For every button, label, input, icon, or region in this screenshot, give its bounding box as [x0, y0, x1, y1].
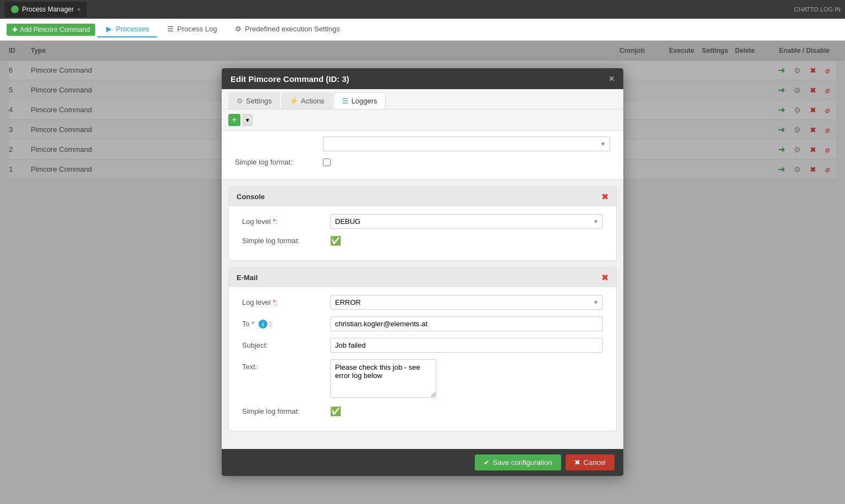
console-section-title: Console — [237, 193, 265, 201]
browser-tab-active[interactable]: Process Manager × — [4, 2, 87, 17]
processes-icon: ▶ — [105, 25, 113, 33]
console-checkbox-wrapper: ✅ — [330, 235, 341, 246]
remove-icon: ✖ — [601, 273, 608, 282]
tab-bar: Process Manager × — [4, 0, 87, 19]
predefined-icon: ⚙ — [234, 25, 242, 33]
actions-tab-icon: ⚡ — [289, 97, 298, 105]
remove-icon: ✖ — [601, 192, 608, 201]
cancel-label: Cancel — [584, 458, 606, 467]
partial-checkbox-wrapper — [323, 158, 331, 166]
console-log-level-select[interactable]: DEBUG INFO WARNING ERROR — [330, 214, 603, 229]
required-marker: * — [251, 320, 254, 328]
partial-simple-log-row: Simple log format: — [235, 158, 610, 166]
nav-tab-processes-label: Processes — [116, 25, 149, 33]
nav-tab-predefined-label: Predefined execution Settings — [245, 25, 340, 33]
email-text-textarea[interactable]: Please check this job - see error log be… — [330, 359, 436, 398]
partial-label — [235, 140, 237, 148]
email-checkbox-wrapper: ✅ — [330, 406, 341, 417]
console-remove-button[interactable]: ✖ — [601, 191, 608, 202]
main-content: ID Type Cronjob Execute Settings Delete … — [0, 41, 845, 504]
cancel-icon: ✖ — [574, 458, 580, 467]
dialog-footer: ✔ Save configuration ✖ Cancel — [222, 449, 623, 476]
email-to-label: To * i : — [242, 320, 330, 328]
email-log-level-select-wrapper: ERROR ERROR DEBUG INFO WARNING ▼ — [330, 295, 603, 310]
browser-tab-close[interactable]: × — [77, 6, 80, 13]
console-simple-log-label: Simple log format: — [242, 237, 330, 245]
email-section-title: E-Mail — [237, 273, 257, 282]
dialog-tabs: ⚙ Settings ⚡ Actions ☰ Loggers — [222, 89, 623, 109]
email-section-body: Log level *: ERROR ERROR DEBUG INFO WARN… — [229, 287, 616, 431]
browser-bar: Process Manager × CHATTO LOG IN — [0, 0, 845, 19]
email-log-level-select[interactable]: ERROR ERROR DEBUG INFO WARNING — [330, 295, 603, 310]
email-text-label: Text: — [242, 363, 330, 371]
email-log-level-label: Log level *: — [242, 298, 330, 306]
partial-select-wrapper — [235, 140, 323, 148]
top-right-text: CHATTO LOG IN — [794, 6, 841, 13]
partial-logger-section: ▼ Simple log format: — [222, 131, 623, 180]
top-right-actions: CHATTO LOG IN — [794, 6, 841, 13]
nav-tab-processes[interactable]: ▶ Processes — [97, 21, 157, 37]
nav-tab-predefined-settings[interactable]: ⚙ Predefined execution Settings — [227, 21, 348, 37]
toolbar-add-button[interactable]: + — [228, 114, 240, 126]
tab-loggers-label: Loggers — [352, 97, 377, 105]
required-marker: *: — [273, 217, 278, 226]
tab-settings[interactable]: ⚙ Settings — [228, 92, 280, 109]
console-section-body: Log level *: DEBUG INFO WARNING ERROR ▼ — [229, 206, 616, 260]
nav-tab-process-log-label: Process Log — [177, 25, 217, 33]
cancel-button[interactable]: ✖ Cancel — [566, 454, 614, 470]
dropdown-arrow-icon: ▼ — [245, 117, 250, 123]
console-log-level-row: Log level *: DEBUG INFO WARNING ERROR ▼ — [242, 214, 603, 229]
required-marker: *: — [273, 298, 278, 306]
partial-simple-log-checkbox[interactable] — [323, 158, 331, 166]
email-simple-log-label: Simple log format: — [242, 407, 330, 415]
email-text-wrapper: Please check this job - see error log be… — [330, 359, 603, 399]
add-pimcore-command-button[interactable]: ✚ Add Pimcore Command — [7, 24, 95, 36]
partial-select[interactable] — [323, 136, 610, 151]
tab-loggers[interactable]: ☰ Loggers — [334, 92, 386, 109]
console-simple-log-checkbox-checked[interactable]: ✅ — [330, 235, 341, 246]
email-subject-input[interactable] — [330, 338, 603, 353]
process-log-icon: ☰ — [167, 25, 174, 33]
dialog-header: Edit Pimcore Command (ID: 3) × — [222, 68, 623, 89]
email-simple-log-checkbox-checked[interactable]: ✅ — [330, 406, 341, 417]
email-section-header: E-Mail ✖ — [229, 268, 616, 287]
email-text-row: Text: Please check this job - see error … — [242, 359, 603, 399]
tab-actions[interactable]: ⚡ Actions — [281, 92, 333, 109]
edit-command-dialog: Edit Pimcore Command (ID: 3) × ⚙ Setting… — [222, 68, 623, 476]
console-simple-log-row: Simple log format: ✅ — [242, 235, 603, 246]
email-subject-label: Subject: — [242, 341, 330, 349]
process-manager-icon — [11, 6, 19, 13]
add-icon: + — [232, 116, 237, 124]
body-spacer — [222, 438, 623, 449]
add-icon: ✚ — [12, 26, 18, 34]
email-subject-row: Subject: — [242, 338, 603, 353]
email-log-level-row: Log level *: ERROR ERROR DEBUG INFO WARN… — [242, 295, 603, 310]
console-log-level-label: Log level *: — [242, 217, 330, 226]
tab-settings-label: Settings — [246, 97, 272, 105]
settings-tab-icon: ⚙ — [237, 97, 243, 105]
partial-form-row: ▼ — [235, 136, 610, 151]
dialog-toolbar: + ▼ — [222, 109, 623, 131]
dialog-close-button[interactable]: × — [608, 74, 614, 84]
nav-tab-process-log[interactable]: ☰ Process Log — [159, 21, 224, 37]
save-label: Save configuration — [493, 458, 552, 467]
tab-actions-label: Actions — [301, 97, 325, 105]
console-logger-section: Console ✖ Log level *: DEBUG — [228, 187, 617, 261]
browser-tab-label: Process Manager — [22, 6, 74, 13]
partial-simple-log-label: Simple log format: — [235, 158, 323, 166]
dialog-title: Edit Pimcore Command (ID: 3) — [231, 74, 349, 84]
toolbar-dropdown-button[interactable]: ▼ — [243, 114, 253, 126]
console-log-level-select-wrapper: DEBUG INFO WARNING ERROR ▼ — [330, 214, 603, 229]
dialog-body: ▼ Simple log format: Console ✖ — [222, 131, 623, 449]
partial-select-field[interactable]: ▼ — [323, 136, 610, 151]
console-section-header: Console ✖ — [229, 187, 616, 206]
loggers-tab-icon: ☰ — [342, 97, 349, 105]
email-to-row: To * i : — [242, 316, 603, 331]
email-simple-log-row: Simple log format: ✅ — [242, 406, 603, 417]
app-nav: ✚ Add Pimcore Command ▶ Processes ☰ Proc… — [0, 19, 845, 41]
to-info-icon[interactable]: i — [259, 320, 267, 328]
email-to-input[interactable] — [330, 316, 603, 331]
email-logger-section: E-Mail ✖ Log level *: ERROR ERROR — [228, 267, 617, 431]
save-configuration-button[interactable]: ✔ Save configuration — [475, 454, 561, 470]
email-remove-button[interactable]: ✖ — [601, 272, 608, 283]
